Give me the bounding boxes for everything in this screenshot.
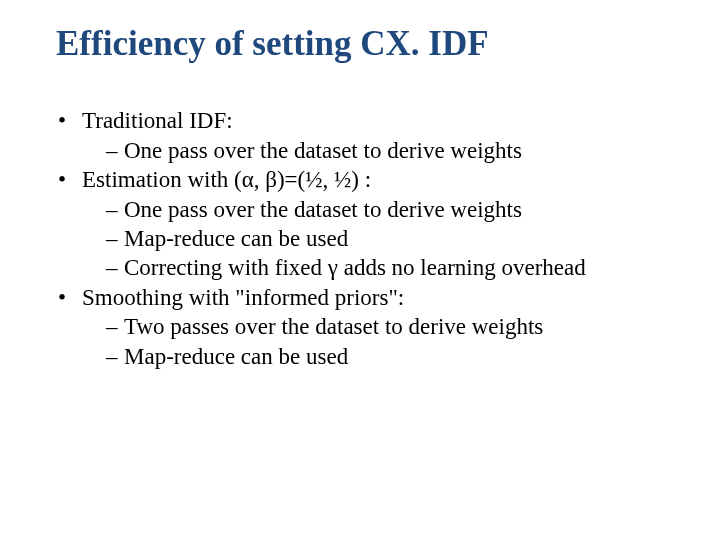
list-item: One pass over the dataset to derive weig… [106,136,680,165]
list-item: Map-reduce can be used [106,224,680,253]
sub-bullet-text: One pass over the dataset to derive weig… [124,197,522,222]
sub-list: One pass over the dataset to derive weig… [82,136,680,165]
sub-bullet-text: Two passes over the dataset to derive we… [124,314,543,339]
bullet-text: Smoothing with "informed priors": [82,285,404,310]
list-item: Map-reduce can be used [106,342,680,371]
sub-bullet-text: Correcting with fixed γ adds no learning… [124,255,586,280]
list-item: Traditional IDF: One pass over the datas… [56,106,680,165]
list-item: Estimation with (α, β)=(½, ½) : One pass… [56,165,680,283]
list-item: Correcting with fixed γ adds no learning… [106,253,680,282]
slide-title: Efficiency of setting CX. IDF [56,24,680,64]
bullet-text: Estimation with (α, β)=(½, ½) : [82,167,371,192]
sub-bullet-text: Map-reduce can be used [124,226,348,251]
bullet-list: Traditional IDF: One pass over the datas… [56,106,680,371]
sub-bullet-text: Map-reduce can be used [124,344,348,369]
slide: Efficiency of setting CX. IDF Traditiona… [0,0,720,540]
bullet-text: Traditional IDF: [82,108,233,133]
sub-list: One pass over the dataset to derive weig… [82,195,680,283]
sub-bullet-text: One pass over the dataset to derive weig… [124,138,522,163]
list-item: Two passes over the dataset to derive we… [106,312,680,341]
list-item: One pass over the dataset to derive weig… [106,195,680,224]
sub-list: Two passes over the dataset to derive we… [82,312,680,371]
list-item: Smoothing with "informed priors": Two pa… [56,283,680,371]
